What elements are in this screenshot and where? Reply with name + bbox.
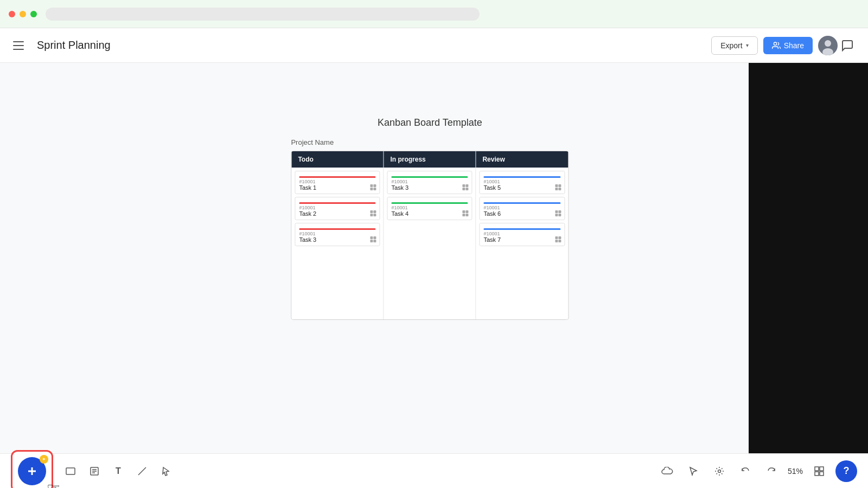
task-bar [483, 228, 560, 230]
column-todo-body: #10001 Task 1 #10001 Task 2 [291, 168, 383, 276]
share-button[interactable]: Share [763, 37, 813, 54]
column-todo-footer [291, 276, 383, 319]
task-bar [483, 176, 560, 178]
redo-icon[interactable] [762, 461, 781, 481]
column-inprogress-header: In progress [384, 151, 475, 168]
card-menu-icon [369, 183, 376, 191]
svg-rect-13 [815, 467, 819, 471]
line-tool[interactable] [131, 460, 153, 482]
settings-icon[interactable] [710, 461, 729, 481]
avatar[interactable] [818, 36, 838, 55]
window-controls [9, 11, 37, 17]
svg-rect-15 [815, 472, 819, 476]
kanban-board: Todo #10001 Task 1 #10001 Task 2 [291, 151, 569, 320]
column-inprogress-body: #10001 Task 3 #10001 Task 4 [384, 168, 475, 276]
bottom-toolbar: ✦ ☞ T [0, 453, 868, 488]
cursor-hand: ☞ [47, 479, 60, 489]
task-card[interactable]: #10001 Task 2 [295, 197, 380, 220]
column-review-footer [476, 276, 568, 319]
card-menu-icon [369, 235, 376, 243]
task-card[interactable]: #10001 Task 6 [479, 197, 565, 220]
task-bar [483, 202, 560, 204]
kanban-wrapper: Kanban Board Template Project Name Todo … [291, 117, 569, 320]
cursor-icon[interactable] [684, 461, 703, 481]
toolbar-actions: Export ▾ Share [711, 36, 838, 55]
users-icon [772, 41, 781, 50]
comment-icon[interactable] [838, 36, 857, 55]
card-menu-icon [554, 183, 561, 191]
svg-point-2 [825, 40, 831, 47]
kanban-title: Kanban Board Template [291, 117, 569, 129]
maximize-dot[interactable] [30, 11, 37, 17]
task-bar [299, 202, 375, 204]
column-inprogress: In progress #10001 Task 3 #10001 Task 4 [384, 151, 476, 319]
task-bar [391, 176, 468, 178]
card-menu-icon [554, 209, 561, 217]
task-card[interactable]: #10001 Task 7 [479, 223, 565, 246]
column-inprogress-footer [384, 276, 475, 319]
task-card[interactable]: #10001 Task 3 [295, 223, 380, 246]
undo-icon[interactable] [736, 461, 755, 481]
main-toolbar: Sprint Planning Export ▾ Share [0, 28, 868, 63]
export-button[interactable]: Export ▾ [711, 36, 757, 55]
column-todo: Todo #10001 Task 1 #10001 Task 2 [291, 151, 384, 319]
title-bar [0, 0, 868, 28]
task-card[interactable]: #10001 Task 5 [479, 171, 565, 194]
help-button[interactable]: ? [835, 460, 857, 482]
toolbar-left: Sprint Planning [11, 37, 711, 54]
add-button[interactable]: ✦ [18, 457, 46, 485]
close-dot[interactable] [9, 11, 15, 17]
pointer-tool[interactable] [155, 460, 177, 482]
minimize-dot[interactable] [20, 11, 26, 17]
menu-icon[interactable] [11, 37, 28, 54]
page-title: Sprint Planning [37, 39, 111, 52]
column-todo-header: Todo [291, 151, 383, 168]
project-name-label: Project Name [291, 138, 569, 146]
svg-rect-6 [66, 468, 75, 474]
canvas[interactable]: Kanban Board Template Project Name Todo … [0, 63, 749, 488]
toolbar-right [838, 36, 857, 55]
svg-rect-14 [820, 467, 824, 471]
task-card[interactable]: #10001 Task 3 [387, 171, 472, 194]
zoom-level: 51% [788, 467, 803, 476]
svg-line-11 [138, 467, 146, 475]
address-bar [46, 8, 480, 21]
add-button-wrapper: ✦ ☞ [11, 450, 53, 489]
task-bar [299, 176, 375, 178]
column-review: Review #10001 Task 5 #10001 Task 6 [476, 151, 568, 319]
card-menu-icon [461, 209, 469, 217]
text-icon: T [116, 466, 121, 476]
card-menu-icon [369, 209, 376, 217]
task-bar [391, 202, 468, 204]
task-card[interactable]: #10001 Task 4 [387, 197, 472, 220]
cloud-icon[interactable] [658, 461, 677, 481]
text-tool[interactable]: T [107, 460, 129, 482]
note-tool[interactable] [84, 460, 105, 482]
add-badge: ✦ [40, 455, 48, 464]
svg-rect-16 [820, 472, 824, 476]
column-review-header: Review [476, 151, 568, 168]
column-review-body: #10001 Task 5 #10001 Task 6 [476, 168, 568, 276]
svg-point-0 [774, 42, 776, 45]
chevron-down-icon: ▾ [746, 42, 749, 48]
bottom-tools: ✦ ☞ T [11, 450, 177, 489]
card-menu-icon [554, 235, 561, 243]
task-card[interactable]: #10001 Task 1 [295, 171, 380, 194]
bottom-right: 51% ? [658, 460, 857, 482]
right-panel [749, 28, 868, 488]
grid-icon[interactable] [809, 461, 829, 481]
svg-point-12 [718, 470, 720, 472]
task-bar [299, 228, 375, 230]
card-menu-icon [461, 183, 469, 191]
rectangle-tool[interactable] [60, 460, 81, 482]
